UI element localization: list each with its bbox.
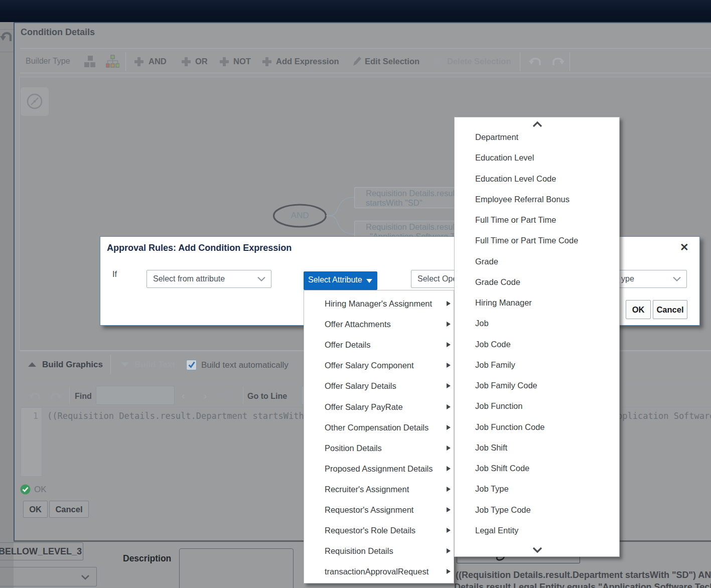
builder-type-list-icon[interactable] bbox=[84, 56, 97, 68]
menu-item[interactable]: Proposed Assignment Details bbox=[304, 459, 454, 479]
build-bar-separator bbox=[110, 355, 111, 374]
checkmark-icon bbox=[187, 360, 196, 369]
submenu-item[interactable]: Department bbox=[455, 127, 619, 148]
modal-ok-button[interactable]: OK bbox=[626, 300, 651, 319]
submenu-arrow-icon bbox=[447, 425, 451, 430]
panel-title: Condition Details bbox=[21, 27, 95, 38]
submenu-arrow-icon bbox=[447, 466, 451, 471]
menu-item[interactable]: Offer Salary Component bbox=[304, 355, 454, 376]
build-text-button[interactable]: Build Text bbox=[134, 360, 175, 370]
submenu-arrow-icon bbox=[447, 569, 451, 574]
toolbar-separator-2 bbox=[520, 52, 520, 71]
level-select[interactable] bbox=[0, 567, 97, 586]
submenu-arrow-icon bbox=[447, 322, 451, 327]
line-number: 1 bbox=[21, 408, 42, 421]
submenu-item[interactable]: Legal Entity bbox=[455, 520, 619, 541]
submenu-item[interactable]: Hiring Manager bbox=[455, 292, 619, 313]
submenu-item[interactable]: Employee Referral Bonus bbox=[455, 189, 619, 210]
expression-summary-line1: ((Requisition Details.result.Department … bbox=[456, 570, 711, 580]
submenu-item[interactable]: Job Type Code bbox=[455, 500, 619, 520]
submenu-arrow-icon bbox=[447, 342, 451, 347]
find-label: Find bbox=[75, 392, 92, 401]
scroll-down-icon[interactable] bbox=[532, 547, 542, 553]
submenu-arrow-icon bbox=[447, 446, 451, 451]
search-icon[interactable] bbox=[223, 391, 234, 402]
submenu-item[interactable]: Grade Code bbox=[455, 272, 619, 292]
submenu-item[interactable]: Job Function bbox=[455, 396, 619, 416]
menu-item[interactable]: Offer Attachments bbox=[304, 314, 454, 335]
add-not-button[interactable]: NOT bbox=[233, 57, 251, 66]
menu-item[interactable]: Position Details bbox=[304, 438, 454, 459]
menu-item[interactable]: Offer Salary Details bbox=[304, 376, 454, 396]
add-and-button[interactable]: AND bbox=[149, 57, 167, 66]
toolbar-redo-icon[interactable] bbox=[551, 56, 564, 67]
menu-item[interactable]: Offer Salary PayRate bbox=[304, 396, 454, 417]
dropdown-caret-icon bbox=[366, 279, 372, 283]
editor-redo-icon[interactable] bbox=[50, 391, 62, 401]
attribute-source-select[interactable]: Select from attribute bbox=[147, 270, 271, 288]
editor-undo-icon[interactable] bbox=[29, 391, 41, 401]
builder-type-label: Builder Type bbox=[26, 57, 70, 66]
menu-item[interactable]: Requestor's Role Details bbox=[304, 520, 454, 541]
submenu-item[interactable]: Education Level bbox=[455, 148, 619, 168]
submenu-item[interactable]: Education Level Code bbox=[455, 169, 619, 189]
submenu-arrow-icon bbox=[447, 404, 451, 409]
submenu-arrow-icon bbox=[447, 487, 451, 492]
submenu-item[interactable]: Job Shift Code bbox=[455, 458, 619, 479]
submenu-arrow-icon bbox=[447, 548, 451, 553]
menu-item[interactable]: transactionApprovalRequest bbox=[304, 561, 454, 582]
auto-build-checkbox[interactable] bbox=[186, 360, 197, 370]
attribute-submenu: Department Education Level Education Lev… bbox=[454, 117, 620, 557]
add-or-button[interactable]: OR bbox=[195, 57, 208, 66]
and-node[interactable]: AND bbox=[273, 211, 326, 221]
submenu-item[interactable]: Job Family Code bbox=[455, 375, 619, 396]
edit-selection-button[interactable]: Edit Selection bbox=[365, 57, 419, 66]
level-tab-label: BELLOW_LEVEL_3 bbox=[0, 546, 82, 557]
submenu-item[interactable]: Full Time or Part Time bbox=[455, 210, 619, 230]
build-graphics-button[interactable]: Build Graphics bbox=[42, 360, 103, 370]
submenu-item[interactable]: Grade bbox=[455, 251, 619, 272]
menu-item[interactable]: Recruiter's Assignment bbox=[304, 479, 454, 500]
chevron-down-icon bbox=[672, 276, 681, 282]
delete-selection-button[interactable]: Delete Selection bbox=[447, 57, 511, 66]
menu-item[interactable]: Requestor's Assignment bbox=[304, 500, 454, 520]
find-previous-chevron[interactable]: ‹ bbox=[182, 390, 185, 401]
auto-build-label: Build text automatically bbox=[201, 360, 289, 370]
find-input[interactable] bbox=[96, 386, 175, 405]
find-bar-separator-1 bbox=[69, 386, 70, 404]
submenu-item[interactable]: Job Shift bbox=[455, 437, 619, 458]
toolbar-undo-icon[interactable] bbox=[529, 56, 542, 67]
validation-success-icon bbox=[20, 484, 31, 495]
modal-cancel-button[interactable]: Cancel bbox=[653, 300, 687, 319]
modal-close-icon[interactable]: ✕ bbox=[680, 241, 689, 253]
menu-item[interactable]: Offer Details bbox=[304, 335, 454, 355]
goto-line-label: Go to Line bbox=[247, 392, 287, 401]
submenu-item[interactable]: Job Family bbox=[455, 355, 619, 375]
submenu-item[interactable]: Job Type bbox=[455, 479, 619, 499]
submenu-item[interactable]: Job Code bbox=[455, 334, 619, 355]
submenu-arrow-icon bbox=[447, 301, 451, 306]
top-bar bbox=[0, 0, 711, 22]
menu-item[interactable]: Other Compensation Details bbox=[304, 417, 454, 438]
editor-gutter: 1 bbox=[21, 407, 42, 477]
description-textarea[interactable] bbox=[179, 548, 294, 588]
add-expression-button[interactable]: Add Expression bbox=[276, 57, 339, 66]
submenu-item[interactable]: Job Function Code bbox=[455, 417, 619, 437]
builder-type-tree-icon[interactable] bbox=[106, 55, 119, 68]
select-attribute-label: Select Attribute bbox=[308, 275, 362, 284]
menu-item[interactable]: Hiring Manager's Assignment bbox=[304, 293, 454, 314]
description-label: Description bbox=[123, 553, 171, 564]
background-left-strip bbox=[0, 22, 14, 588]
toolbar-divider bbox=[20, 73, 711, 73]
menu-item[interactable]: Requisition Details bbox=[304, 541, 454, 561]
panel-cancel-button[interactable]: Cancel bbox=[49, 501, 89, 518]
submenu-item[interactable]: Full Time or Part Time Code bbox=[455, 230, 619, 251]
add-and-plus-icon bbox=[134, 57, 144, 67]
header-divider bbox=[20, 48, 711, 49]
panel-ok-button[interactable]: OK bbox=[23, 501, 48, 518]
level-tab[interactable]: BELLOW_LEVEL_3 bbox=[0, 542, 83, 560]
submenu-item[interactable]: Job bbox=[455, 313, 619, 334]
find-next-chevron[interactable]: › bbox=[204, 390, 207, 401]
select-attribute-button[interactable]: Select Attribute bbox=[304, 271, 377, 290]
attribute-source-value: Select from attribute bbox=[153, 274, 225, 283]
